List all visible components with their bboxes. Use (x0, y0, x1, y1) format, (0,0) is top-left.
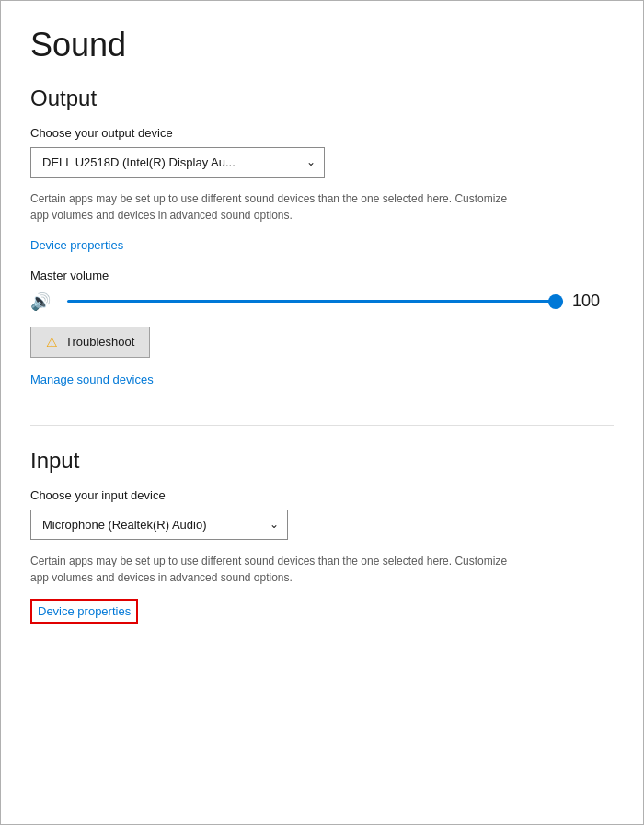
input-device-select-wrapper[interactable]: Microphone (Realtek(R) Audio) ⌄ (30, 510, 288, 540)
volume-label: Master volume (30, 269, 614, 282)
volume-value: 100 (572, 292, 614, 311)
output-device-select-wrapper[interactable]: DELL U2518D (Intel(R) Display Au... ⌄ (30, 147, 325, 178)
troubleshoot-label: Troubleshoot (65, 335, 134, 349)
output-device-label: Choose your output device (30, 126, 614, 140)
input-device-properties-link[interactable]: Device properties (30, 599, 138, 624)
manage-sound-devices-link[interactable]: Manage sound devices (30, 372, 154, 386)
input-section: Input Choose your input device Microphon… (30, 448, 614, 640)
input-description: Certain apps may be set up to use differ… (30, 553, 509, 586)
section-divider (30, 425, 614, 426)
page-title: Sound (30, 27, 614, 63)
input-device-label: Choose your input device (30, 488, 614, 502)
volume-thumb[interactable] (548, 294, 563, 309)
output-section-title: Output (30, 86, 614, 111)
input-section-title: Input (30, 448, 614, 474)
volume-section: Master volume 🔊 100 (30, 269, 614, 312)
sound-settings-window: Sound Output Choose your output device D… (0, 0, 644, 825)
volume-slider[interactable] (67, 292, 563, 311)
output-device-select[interactable]: DELL U2518D (Intel(R) Display Au... (30, 147, 325, 178)
output-device-properties-link[interactable]: Device properties (30, 238, 123, 252)
output-description: Certain apps may be set up to use differ… (30, 190, 509, 223)
warning-icon: ⚠ (46, 335, 58, 349)
input-device-select[interactable]: Microphone (Realtek(R) Audio) (30, 510, 288, 540)
volume-track (67, 300, 563, 303)
speaker-icon: 🔊 (30, 292, 58, 312)
volume-row: 🔊 100 (30, 292, 614, 312)
troubleshoot-button[interactable]: ⚠ Troubleshoot (30, 327, 150, 358)
